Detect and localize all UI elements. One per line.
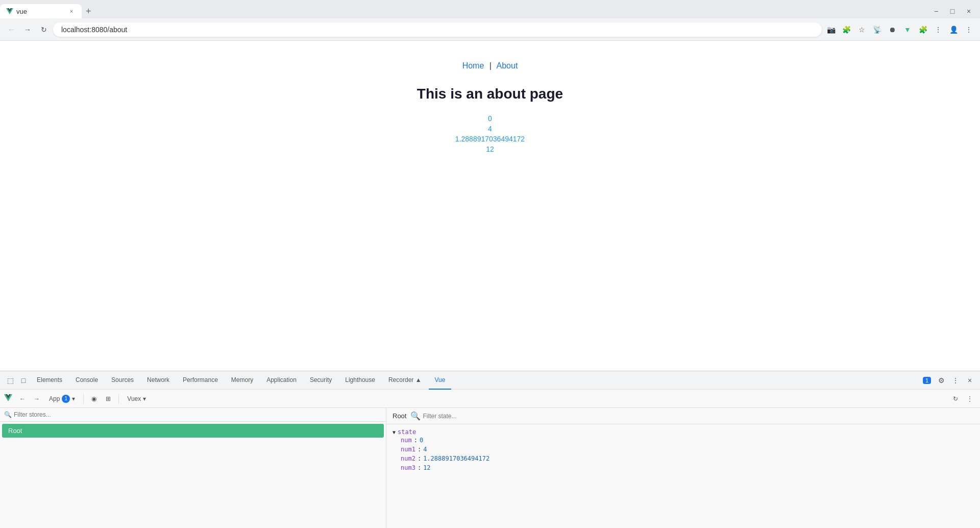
filter-state-input[interactable] xyxy=(423,413,974,420)
more-icon[interactable]: ⋮ xyxy=(962,22,976,37)
state-panel: Root 🔍 ▼ state num : xyxy=(386,408,980,528)
search-icon: 🔍 xyxy=(4,411,12,418)
state-key-num: num xyxy=(401,437,412,444)
browser-toolbar: 📷 🧩 ☆ 📡 ⏺ ▼ 🧩 ⋮ 👤 ⋮ xyxy=(824,22,976,37)
tab-bar: vue × + − □ × xyxy=(0,0,980,18)
devtools-inspect-icon[interactable]: ⬚ xyxy=(4,374,16,387)
page-navigation: Home | About xyxy=(462,61,518,70)
page-content: Home | About This is an about page 0 4 1… xyxy=(0,41,980,371)
vue-toolbar-right: ↻ ⋮ xyxy=(949,393,976,405)
state-filter-bar: 🔍 xyxy=(410,411,974,421)
devtools-settings-button[interactable]: ⚙ xyxy=(935,374,947,387)
tab-lighthouse[interactable]: Lighthouse xyxy=(339,371,381,390)
menu-icon[interactable]: ⋮ xyxy=(931,22,945,37)
state-row-num3: num3 : 12 xyxy=(393,463,974,472)
stores-panel: 🔍 Root xyxy=(0,408,386,528)
tab-sources[interactable]: Sources xyxy=(105,371,140,390)
address-input[interactable] xyxy=(53,22,822,37)
component-tree-icon[interactable]: ◉ xyxy=(88,393,100,405)
state-value-num1: 4 xyxy=(423,446,427,453)
reload-button[interactable]: ↻ xyxy=(37,22,51,37)
star-icon[interactable]: ☆ xyxy=(854,22,869,37)
state-key-num1: num1 xyxy=(401,446,415,453)
devtools-badge: 1 xyxy=(921,374,933,387)
close-window-button[interactable]: × xyxy=(962,4,976,18)
vue-devtools-logo xyxy=(4,394,12,403)
state-content: ▼ state num : 0 num1 : 4 xyxy=(386,424,980,478)
toolbar-separator xyxy=(83,394,84,404)
state-header: Root 🔍 xyxy=(386,408,980,424)
vue-back-button[interactable]: ← xyxy=(16,393,29,405)
state-row-num: num : 0 xyxy=(393,436,974,445)
page-title: This is an about page xyxy=(417,86,563,102)
vue-more-button[interactable]: ⋮ xyxy=(964,393,976,405)
state-section: ▼ state num : 0 num1 : 4 xyxy=(393,428,974,472)
back-button[interactable]: ← xyxy=(4,22,18,37)
devtools-more-button[interactable]: ⋮ xyxy=(949,374,962,387)
nav-separator: | xyxy=(489,61,492,70)
tab-security[interactable]: Security xyxy=(304,371,338,390)
devtools-body: 🔍 Root Root 🔍 ▼ xyxy=(0,408,980,528)
value-num0: 0 xyxy=(488,114,492,123)
vue-refresh-button[interactable]: ↻ xyxy=(949,393,962,405)
state-value-num: 0 xyxy=(420,437,423,444)
tab-console[interactable]: Console xyxy=(69,371,104,390)
screenshot-icon[interactable]: 📷 xyxy=(824,22,838,37)
restore-button[interactable]: □ xyxy=(945,4,960,18)
tab-title: vue xyxy=(16,8,64,15)
tab-recorder[interactable]: Recorder ▲ xyxy=(382,371,428,390)
devtools-tab-bar: ⬚ □ Elements Console Sources Network Per… xyxy=(0,371,980,390)
vuex-button[interactable]: Vuex ▾ xyxy=(123,393,150,405)
record-icon[interactable]: ⏺ xyxy=(885,22,899,37)
extensions-puzzle-icon[interactable]: 🧩 xyxy=(916,22,930,37)
state-section-label: state xyxy=(398,428,416,436)
tab-network[interactable]: Network xyxy=(141,371,176,390)
state-key-num2: num2 xyxy=(401,455,415,462)
home-link[interactable]: Home xyxy=(462,61,484,70)
filter-stores-input[interactable] xyxy=(14,411,382,418)
state-toggle[interactable]: ▼ state xyxy=(393,428,974,436)
new-tab-button[interactable]: + xyxy=(82,4,95,18)
root-store-item[interactable]: Root xyxy=(2,424,384,438)
toolbar-separator-2 xyxy=(118,394,119,404)
value-num2: 1.2888917036494172 xyxy=(455,135,525,143)
state-value-num3: 12 xyxy=(423,464,430,471)
state-arrow-icon: ▼ xyxy=(393,429,396,435)
state-search-icon: 🔍 xyxy=(410,411,421,421)
value-num3: 12 xyxy=(486,145,494,153)
vue-extension-icon[interactable]: ▼ xyxy=(900,22,915,37)
profile-icon[interactable]: 👤 xyxy=(946,22,961,37)
devtools-close-button[interactable]: × xyxy=(964,374,976,387)
state-key-num3: num3 xyxy=(401,464,415,471)
page-values: 0 4 1.2888917036494172 12 xyxy=(455,114,525,153)
tab-vue[interactable]: Vue xyxy=(429,371,452,390)
devtools-panel: ⬚ □ Elements Console Sources Network Per… xyxy=(0,371,980,528)
tab-application[interactable]: Application xyxy=(260,371,303,390)
state-value-num2: 1.2888917036494172 xyxy=(423,455,489,462)
forward-button[interactable]: → xyxy=(20,22,35,37)
vue-favicon-icon xyxy=(6,8,13,15)
state-row-num1: num1 : 4 xyxy=(393,445,974,454)
tab-memory[interactable]: Memory xyxy=(225,371,259,390)
tab-performance[interactable]: Performance xyxy=(177,371,224,390)
value-num1: 4 xyxy=(488,125,492,133)
filter-bar: 🔍 xyxy=(0,408,386,422)
vue-devtools-toolbar: ← → App 1 ▾ ◉ ⊞ Vuex ▾ ↻ ⋮ xyxy=(0,390,980,408)
about-link[interactable]: About xyxy=(497,61,518,70)
browser-tab-vue[interactable]: vue × xyxy=(0,4,82,18)
minimize-button[interactable]: − xyxy=(929,4,943,18)
tab-close-button[interactable]: × xyxy=(67,7,76,15)
vue-forward-button[interactable]: → xyxy=(31,393,43,405)
app-component-button[interactable]: App 1 ▾ xyxy=(45,393,79,405)
cast-icon[interactable]: 📡 xyxy=(870,22,884,37)
devtools-top-right: 1 ⚙ ⋮ × xyxy=(921,374,976,387)
browser-window: vue × + − □ × ← → ↻ 📷 🧩 ☆ 📡 ⏺ ▼ 🧩 ⋮ 👤 ⋮ xyxy=(0,0,980,528)
address-bar: ← → ↻ 📷 🧩 ☆ 📡 ⏺ ▼ 🧩 ⋮ 👤 ⋮ xyxy=(0,18,980,41)
extensions-icon[interactable]: 🧩 xyxy=(839,22,853,37)
tab-elements[interactable]: Elements xyxy=(31,371,68,390)
state-panel-title: Root xyxy=(393,412,406,420)
component-grid-icon[interactable]: ⊞ xyxy=(102,393,114,405)
devtools-dock-icon[interactable]: □ xyxy=(17,374,30,387)
state-row-num2: num2 : 1.2888917036494172 xyxy=(393,454,974,463)
